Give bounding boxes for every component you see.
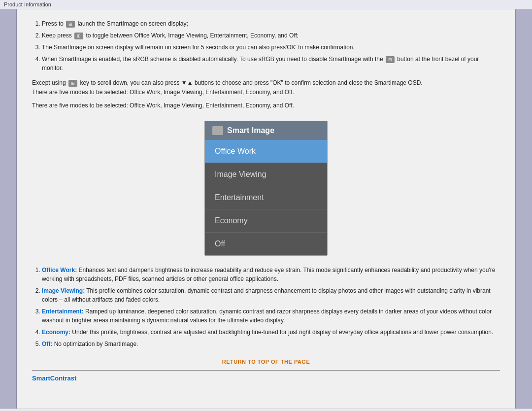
page-layout: Press to ⊞ launch the SmartImage on scre… (0, 9, 532, 409)
smart-image-item-label: Entertainment (215, 193, 264, 202)
left-sidebar (0, 9, 17, 409)
smartimage-icon-1: ⊞ (66, 21, 75, 28)
smart-image-item-off[interactable]: Off (205, 233, 327, 255)
steps-list: Press to ⊞ launch the SmartImage on scre… (32, 19, 500, 72)
economy-link[interactable]: Economy: (42, 329, 70, 336)
smart-image-box: Smart Image Office Work Image Viewing En… (204, 121, 328, 256)
smart-image-item-label: Office Work (215, 147, 256, 155)
office-work-link[interactable]: Office Work: (42, 267, 77, 274)
smart-image-item-label: Off (215, 240, 225, 248)
right-sidebar (515, 9, 532, 409)
entertainment-link[interactable]: Entertainment: (42, 308, 84, 315)
paragraph-modes: There are five modes to be selected: Off… (32, 101, 500, 110)
desc-entertainment: Entertainment: Ramped up luminance, deep… (42, 307, 500, 325)
paragraph-scroll: Except using ⊞ key to scroll down, you c… (32, 78, 500, 97)
main-content: Press to ⊞ launch the SmartImage on scre… (17, 9, 515, 409)
scroll-icon: ⊞ (68, 80, 77, 87)
smart-image-item-economy[interactable]: Economy (205, 209, 327, 233)
image-viewing-link[interactable]: Image Viewing: (42, 287, 85, 294)
top-bar-label: Product Information (4, 1, 51, 7)
bottom-bar: file:///G:/TEM P/PH ILIPS/19059 ED EU /l… (0, 409, 532, 411)
smart-contrast-section: SmartContrast (32, 370, 500, 382)
descriptions-list: Office Work: Enhances text and dampens b… (42, 266, 500, 348)
smartimage-icon-4: ⊞ (386, 56, 395, 63)
smart-image-item-image-viewing[interactable]: Image Viewing (205, 163, 327, 186)
smart-image-header: Smart Image (205, 121, 327, 140)
smartimage-icon-2: ⊞ (74, 33, 83, 39)
step-2: Keep press ⊞ to toggle between Office Wo… (42, 31, 500, 40)
desc-economy: Economy: Under this profile, brightness,… (42, 328, 500, 337)
step-3: The SmartImage on screen display will re… (42, 43, 500, 52)
smart-image-title: Smart Image (227, 126, 274, 135)
return-to-top: RETURN TO TOP OF THE PAGE (32, 358, 500, 365)
smart-image-item-label: Image Viewing (215, 170, 266, 178)
top-bar: Product Information (0, 0, 532, 9)
desc-image-viewing: Image Viewing: This profile combines col… (42, 286, 500, 304)
smart-image-item-office-work[interactable]: Office Work (205, 140, 327, 163)
smart-image-item-label: Economy (215, 216, 248, 225)
step-4: When SmartImage is enabled, the sRGB sch… (42, 55, 500, 72)
desc-office-work: Office Work: Enhances text and dampens b… (42, 266, 500, 283)
smart-image-header-icon (212, 126, 223, 135)
return-to-top-link[interactable]: RETURN TO TOP OF THE PAGE (222, 359, 310, 365)
step-1: Press to ⊞ launch the SmartImage on scre… (42, 19, 500, 28)
smart-image-item-entertainment[interactable]: Entertainment (205, 186, 327, 209)
off-link[interactable]: Off: (42, 341, 52, 347)
smart-contrast-link[interactable]: SmartContrast (32, 375, 76, 382)
desc-off: Off: No optimization by SmartImage. (42, 340, 500, 348)
